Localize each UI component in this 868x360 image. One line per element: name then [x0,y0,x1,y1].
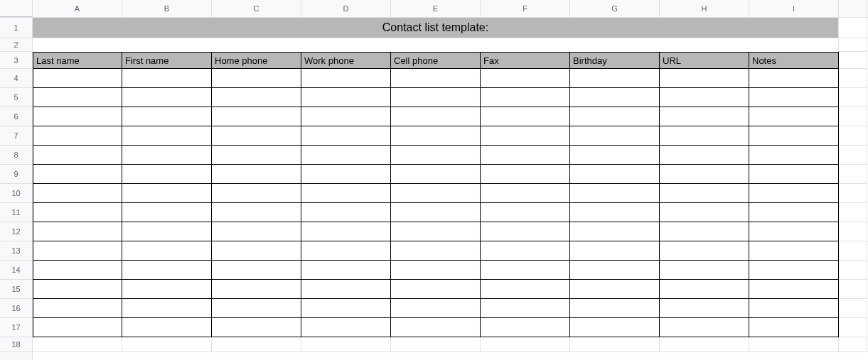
cell[interactable] [749,241,839,261]
cell[interactable] [570,299,660,318]
cell[interactable] [749,184,839,203]
cell[interactable] [481,222,570,241]
cell[interactable] [481,241,570,261]
row-header-12[interactable]: 12 [0,222,32,241]
cell[interactable] [570,165,660,184]
cell[interactable] [481,107,570,126]
cell[interactable] [301,299,391,318]
cell[interactable] [481,126,570,146]
cell[interactable] [212,88,301,107]
row-header-3[interactable]: 3 [0,52,32,69]
cell[interactable] [570,318,660,337]
cell[interactable] [212,241,301,261]
cell[interactable] [481,88,570,107]
cell[interactable] [391,165,481,184]
cell[interactable] [33,146,122,165]
row-header-11[interactable]: 11 [0,203,32,222]
cell[interactable] [749,107,839,126]
cell[interactable] [33,280,122,299]
cell[interactable] [301,222,391,241]
cell[interactable] [122,261,212,280]
cell[interactable] [212,261,301,280]
cell[interactable] [391,126,481,146]
cell[interactable] [660,69,749,88]
cell[interactable] [301,69,391,88]
cell[interactable] [660,146,749,165]
cell[interactable] [570,222,660,241]
cell[interactable] [212,222,301,241]
cell[interactable] [570,38,660,52]
cell[interactable] [301,126,391,146]
cell[interactable] [660,126,749,146]
row-header-9[interactable]: 9 [0,165,32,184]
cell[interactable] [749,88,839,107]
cell-extra[interactable] [839,280,867,299]
col-header-c[interactable]: C [212,0,301,17]
cell-extra[interactable] [839,38,867,52]
cell[interactable] [481,299,570,318]
cell[interactable] [122,280,212,299]
cell[interactable] [749,203,839,222]
cell-extra[interactable] [839,203,867,222]
cell[interactable] [481,146,570,165]
row-header-4[interactable]: 4 [0,69,32,88]
cell-extra[interactable] [839,184,867,203]
header-cell-phone[interactable]: Cell phone [391,52,481,69]
cell[interactable] [33,203,122,222]
cell[interactable] [122,107,212,126]
cell[interactable] [122,126,212,146]
col-header-extra[interactable] [839,0,867,17]
cell[interactable] [749,261,839,280]
cell[interactable] [301,38,391,52]
cell[interactable] [212,38,301,52]
cell[interactable] [33,222,122,241]
cell[interactable] [481,337,570,352]
cell[interactable] [212,184,301,203]
row-header-17[interactable]: 17 [0,318,32,337]
cell[interactable] [122,337,212,352]
cell[interactable] [749,146,839,165]
col-header-i[interactable]: I [749,0,839,17]
cell[interactable] [391,69,481,88]
cell[interactable] [391,261,481,280]
header-notes[interactable]: Notes [749,52,839,69]
cell[interactable] [212,203,301,222]
col-header-b[interactable]: B [122,0,212,17]
row-header-18[interactable]: 18 [0,337,32,352]
cell[interactable] [33,165,122,184]
cell[interactable] [481,165,570,184]
cell[interactable] [660,337,749,352]
cell[interactable] [749,38,839,52]
cell[interactable] [33,184,122,203]
col-header-f[interactable]: F [481,0,570,17]
cell[interactable] [660,38,749,52]
cell[interactable] [481,203,570,222]
cell[interactable] [301,146,391,165]
cell[interactable] [212,165,301,184]
cell[interactable] [33,299,122,318]
cell[interactable] [749,299,839,318]
col-header-g[interactable]: G [570,0,660,17]
cell[interactable] [212,126,301,146]
cell[interactable] [660,222,749,241]
row-header-2[interactable]: 2 [0,38,32,52]
cell-extra[interactable] [839,18,867,38]
cell[interactable] [33,107,122,126]
cell[interactable] [33,126,122,146]
row-header-8[interactable]: 8 [0,146,32,165]
cell-extra[interactable] [839,299,867,318]
cell[interactable] [481,184,570,203]
cell[interactable] [749,222,839,241]
cell[interactable] [301,241,391,261]
cell-extra[interactable] [839,126,867,146]
cell[interactable] [660,299,749,318]
cell[interactable] [481,38,570,52]
cell[interactable] [749,165,839,184]
cell[interactable] [391,337,481,352]
cell[interactable] [481,280,570,299]
select-all-corner[interactable] [0,0,33,17]
row-header-1[interactable]: 1 [0,18,32,38]
cell[interactable] [122,203,212,222]
cell[interactable] [212,337,301,352]
cell[interactable] [391,107,481,126]
